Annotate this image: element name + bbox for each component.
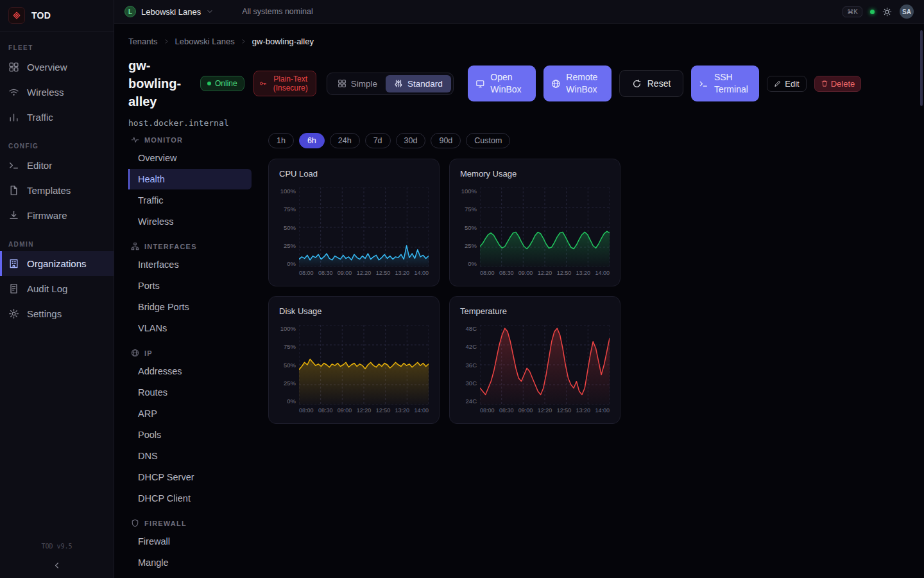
breadcrumb-item-gw-bowling-alley: gw-bowling-alley xyxy=(252,37,314,46)
cpu-load-line-chart xyxy=(299,188,429,267)
globe-icon xyxy=(131,349,139,357)
sidebar-collapse-button[interactable] xyxy=(0,552,114,578)
y-tick-label: 25% xyxy=(284,380,296,387)
remote-winbox-button[interactable]: Remote WinBox xyxy=(543,66,612,101)
chart-x-axis: 08:0008:3009:0012:2012:5013:2014:00 xyxy=(299,407,429,414)
y-tick-label: 75% xyxy=(284,343,296,350)
subnav-item-bridge-ports[interactable]: Bridge Ports xyxy=(128,297,252,317)
sidebar-item-settings[interactable]: Settings xyxy=(0,301,114,326)
device-header: gw-bowling-alley Online Plain-Text (Inse… xyxy=(128,57,909,110)
subnav-item-interfaces[interactable]: Interfaces xyxy=(128,254,252,275)
chart-y-axis: 100%75%50%25%0% xyxy=(460,188,480,267)
subnav-item-pools[interactable]: Pools xyxy=(128,425,252,445)
scrollbar-thumb[interactable] xyxy=(920,30,923,106)
y-tick-label: 25% xyxy=(465,242,477,249)
reset-button[interactable]: Reset xyxy=(619,70,684,97)
subnav-section-firewall: FIREWALL xyxy=(128,519,252,527)
time-range-7d[interactable]: 7d xyxy=(365,133,391,148)
user-avatar[interactable]: SA xyxy=(900,4,914,19)
chart-body: 48C42C36C30C24C08:0008:3009:0012:2012:50… xyxy=(460,325,610,414)
mode-option-standard[interactable]: Standard xyxy=(386,75,451,92)
subnav-item-mangle[interactable]: Mangle xyxy=(128,552,252,573)
download-icon xyxy=(8,210,19,221)
time-range-30d[interactable]: 30d xyxy=(396,133,426,148)
app-name: TOD xyxy=(31,10,51,21)
y-tick-label: 36C xyxy=(466,362,477,369)
page-title: gw-bowling-alley xyxy=(128,57,191,110)
y-tick-label: 24C xyxy=(466,398,477,405)
button-label: Reset xyxy=(647,78,671,89)
subnav-item-traffic[interactable]: Traffic xyxy=(128,190,252,211)
time-range-1h[interactable]: 1h xyxy=(268,133,294,148)
ssh-terminal-button[interactable]: SSH Terminal xyxy=(691,66,759,101)
x-tick-label: 14:00 xyxy=(595,270,610,276)
subnav-item-vlans[interactable]: VLANs xyxy=(128,318,252,338)
sidebar-item-templates[interactable]: Templates xyxy=(0,178,114,203)
sliders-icon xyxy=(394,79,403,88)
chart-body: 100%75%50%25%0%08:0008:3009:0012:2012:50… xyxy=(279,325,429,414)
subnav-item-routes[interactable]: Routes xyxy=(128,382,252,403)
ssh-terminal-icon xyxy=(699,79,708,89)
chart-body: 100%75%50%25%0%08:0008:3009:0012:2012:50… xyxy=(460,188,610,276)
command-palette-shortcut[interactable]: ⌘K xyxy=(843,6,862,17)
theme-toggle[interactable] xyxy=(882,7,892,17)
chart-card-cpu-load: CPU Load100%75%50%25%0%08:0008:3009:0012… xyxy=(268,159,440,286)
open-winbox-button[interactable]: Open WinBox xyxy=(468,66,536,101)
sidebar-item-editor[interactable]: Editor xyxy=(0,153,114,178)
edit-button[interactable]: Edit xyxy=(767,76,806,92)
sidebar-item-firmware[interactable]: Firmware xyxy=(0,203,114,228)
x-tick-label: 12:20 xyxy=(538,270,552,276)
subnav-item-ports[interactable]: Ports xyxy=(128,276,252,296)
sidebar-item-label: Overview xyxy=(27,62,67,73)
breadcrumb-item-tenants[interactable]: Tenants xyxy=(128,37,158,46)
sidebar-item-organizations[interactable]: Organizations xyxy=(0,251,114,276)
sidebar-nav: FLEETOverviewWirelessTrafficCONFIGEditor… xyxy=(0,31,114,326)
app-logo xyxy=(8,7,25,24)
chart-title: Temperature xyxy=(460,306,610,316)
app-root: TOD FLEETOverviewWirelessTrafficCONFIGEd… xyxy=(0,0,924,578)
subnav-item-firewall[interactable]: Firewall xyxy=(128,531,252,552)
subnav-item-wireless[interactable]: Wireless xyxy=(128,211,252,232)
sidebar-item-label: Firmware xyxy=(27,210,67,221)
chart-title: Disk Usage xyxy=(279,306,429,316)
time-range-custom[interactable]: Custom xyxy=(466,133,510,148)
system-status-text: All systems nominal xyxy=(242,7,312,16)
delete-button[interactable]: Delete xyxy=(814,76,862,92)
mode-option-label: Standard xyxy=(407,79,443,89)
y-tick-label: 75% xyxy=(284,206,296,213)
subnav-item-overview[interactable]: Overview xyxy=(128,148,252,168)
topbar-right: ⌘K SA xyxy=(843,4,914,19)
tenant-name: Lebowski Lanes xyxy=(141,7,201,17)
x-tick-label: 12:20 xyxy=(357,407,372,414)
time-range-24h[interactable]: 24h xyxy=(330,133,360,148)
button-label: Open WinBox xyxy=(490,71,527,96)
subnav-item-dhcp-server[interactable]: DHCP Server xyxy=(128,467,252,487)
y-tick-label: 50% xyxy=(284,224,296,231)
x-tick-label: 08:00 xyxy=(480,407,495,414)
subnav-section-monitor: MONITOR xyxy=(128,136,252,144)
sidebar-item-wireless[interactable]: Wireless xyxy=(0,80,114,105)
y-tick-label: 50% xyxy=(284,362,296,369)
online-dot xyxy=(207,82,211,85)
sidebar-item-audit-log[interactable]: Audit Log xyxy=(0,276,114,301)
tenant-switcher[interactable]: L Lebowski Lanes xyxy=(124,6,214,17)
breadcrumb-item-lebowski-lanes[interactable]: Lebowski Lanes xyxy=(175,37,235,46)
chevron-left-icon xyxy=(52,561,62,570)
sidebar: TOD FLEETOverviewWirelessTrafficCONFIGEd… xyxy=(0,0,114,578)
subnav-item-arp[interactable]: ARP xyxy=(128,403,252,424)
y-tick-label: 100% xyxy=(280,325,296,332)
gear-icon xyxy=(8,308,19,319)
app-version: TOD v9.5 xyxy=(0,536,114,552)
content: TenantsLebowski Lanesgw-bowling-alley gw… xyxy=(114,24,924,578)
tenant-chevron xyxy=(206,8,214,15)
sidebar-item-traffic[interactable]: Traffic xyxy=(0,105,114,130)
subnav-item-addresses[interactable]: Addresses xyxy=(128,361,252,381)
time-range-90d[interactable]: 90d xyxy=(431,133,461,148)
mode-option-simple[interactable]: Simple xyxy=(329,75,386,92)
sidebar-item-overview[interactable]: Overview xyxy=(0,55,114,80)
time-range-6h[interactable]: 6h xyxy=(299,133,325,148)
subnav-item-dns[interactable]: DNS xyxy=(128,446,252,466)
device-actions: Open WinBoxRemote WinBoxResetSSH Termina… xyxy=(468,66,862,101)
subnav-item-dhcp-client[interactable]: DHCP Client xyxy=(128,488,252,509)
subnav-item-health[interactable]: Health xyxy=(128,169,252,189)
